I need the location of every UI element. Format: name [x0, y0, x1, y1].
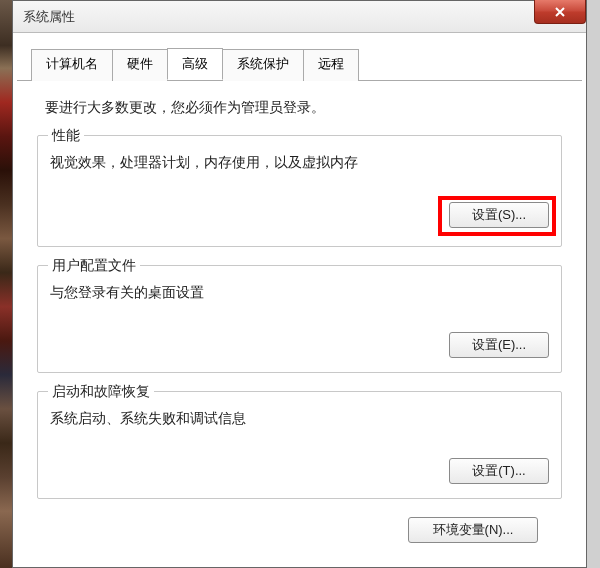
user-profiles-settings-button[interactable]: 设置(E)...: [449, 332, 549, 358]
tab-remote[interactable]: 远程: [303, 49, 359, 81]
tab-system-protection[interactable]: 系统保护: [222, 49, 304, 81]
user-profiles-button-row: 设置(E)...: [50, 332, 549, 358]
startup-recovery-title: 启动和故障恢复: [48, 383, 154, 401]
user-profiles-desc: 与您登录有关的桌面设置: [50, 284, 549, 302]
performance-button-row: 设置(S)...: [50, 202, 549, 228]
performance-title: 性能: [48, 127, 84, 145]
performance-groupbox: 性能 视觉效果，处理器计划，内存使用，以及虚拟内存 设置(S)...: [37, 135, 562, 247]
content-area: 计算机名 硬件 高级 系统保护 远程 要进行大多数更改，您必须作为管理员登录。 …: [13, 33, 586, 567]
startup-recovery-button-row: 设置(T)...: [50, 458, 549, 484]
background-strip: [0, 0, 12, 568]
startup-recovery-settings-button[interactable]: 设置(T)...: [449, 458, 549, 484]
performance-settings-button[interactable]: 设置(S)...: [449, 202, 549, 228]
intro-text: 要进行大多数更改，您必须作为管理员登录。: [45, 99, 554, 117]
tab-advanced[interactable]: 高级: [167, 48, 223, 80]
tab-hardware[interactable]: 硬件: [112, 49, 168, 81]
performance-desc: 视觉效果，处理器计划，内存使用，以及虚拟内存: [50, 154, 549, 172]
startup-recovery-groupbox: 启动和故障恢复 系统启动、系统失败和调试信息 设置(T)...: [37, 391, 562, 499]
tab-computer-name[interactable]: 计算机名: [31, 49, 113, 81]
user-profiles-groupbox: 用户配置文件 与您登录有关的桌面设置 设置(E)...: [37, 265, 562, 373]
env-vars-row: 环境变量(N)...: [37, 517, 562, 543]
window-title: 系统属性: [23, 8, 75, 26]
close-icon: [554, 6, 566, 18]
close-button[interactable]: [534, 0, 586, 24]
tabs-row: 计算机名 硬件 高级 系统保护 远程: [31, 48, 586, 80]
user-profiles-title: 用户配置文件: [48, 257, 140, 275]
titlebar: 系统属性: [13, 1, 586, 33]
environment-variables-button[interactable]: 环境变量(N)...: [408, 517, 538, 543]
system-properties-window: 系统属性 计算机名 硬件 高级 系统保护 远程 要进行大多数更改，您必须作为管理…: [12, 0, 587, 568]
startup-recovery-desc: 系统启动、系统失败和调试信息: [50, 410, 549, 428]
tab-body-advanced: 要进行大多数更改，您必须作为管理员登录。 性能 视觉效果，处理器计划，内存使用，…: [17, 80, 582, 563]
